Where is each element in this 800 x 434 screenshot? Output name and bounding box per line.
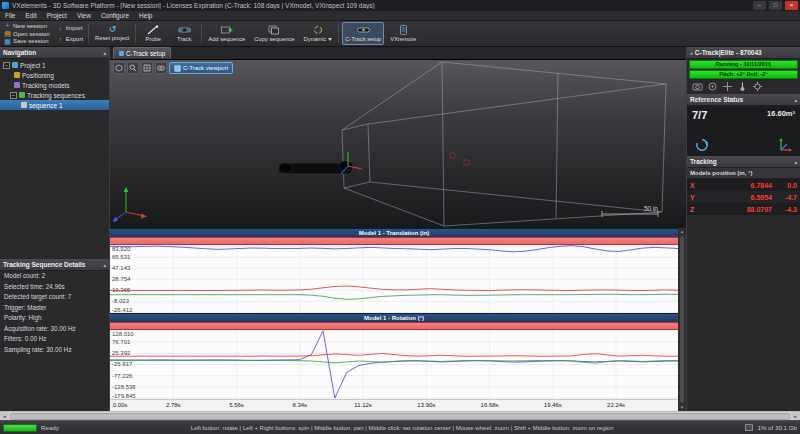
- translation-chart[interactable]: 83.92065.53147.14328.75410.365-8.023-26.…: [110, 245, 678, 313]
- toolbar-separator: [338, 24, 339, 43]
- ctrack-viewport-toggle[interactable]: C-Track viewport: [169, 62, 233, 74]
- gear-icon[interactable]: [752, 81, 763, 92]
- menu-help[interactable]: Help: [134, 11, 157, 21]
- tree-item-project[interactable]: − Project 1: [0, 60, 109, 70]
- tree-item-tracking-models[interactable]: Tracking models: [0, 80, 109, 90]
- refresh-icon[interactable]: [694, 137, 710, 153]
- ctrack-setup-label: C-Track setup: [345, 36, 381, 42]
- vxremote-label: VXremote: [390, 36, 416, 42]
- detail-row: Sampling rate: 30.00 Hz: [0, 345, 109, 356]
- save-session-icon: ▦: [4, 38, 11, 45]
- scrollbar-thumb[interactable]: [10, 413, 790, 420]
- translation-chart-plot[interactable]: 83.92065.53147.14328.75410.365-8.023-26.…: [110, 245, 678, 313]
- thermometer-icon[interactable]: [737, 81, 748, 92]
- horizontal-scrollbar[interactable]: ◄ ►: [0, 411, 800, 420]
- import-button[interactable]: ↓ Import: [55, 24, 85, 32]
- dynamic-button[interactable]: Dynamic: [301, 22, 336, 45]
- close-button[interactable]: ×: [785, 1, 798, 10]
- vxremote-button[interactable]: VXremote: [387, 22, 419, 45]
- charts-vertical-scrollbar[interactable]: ▲ ▼: [678, 228, 686, 411]
- dynamic-icon: [313, 25, 323, 35]
- expander-icon[interactable]: −: [10, 92, 17, 99]
- tree-item-tracking-sequences[interactable]: − Tracking sequences: [0, 90, 109, 100]
- copy-sequence-button[interactable]: Copy sequence: [251, 22, 297, 45]
- reset-project-button[interactable]: ↺ Reset project: [92, 22, 132, 45]
- svg-text:22.24s: 22.24s: [607, 403, 625, 409]
- viewport-3d[interactable]: C-Track viewport: [110, 60, 686, 228]
- scroll-down-icon[interactable]: ▼: [680, 404, 684, 411]
- orientation-triad-icon: [113, 187, 148, 222]
- track-button[interactable]: Track: [170, 22, 198, 45]
- io-button-group: ↓ Import ↑ Export: [55, 22, 85, 45]
- tree-item-sequence-1[interactable]: sequence 1: [0, 100, 109, 110]
- maximize-button[interactable]: □: [769, 1, 782, 10]
- position-value: 88.0797: [699, 206, 779, 213]
- menu-project[interactable]: Project: [42, 11, 72, 21]
- reference-count: 7/7: [692, 109, 707, 121]
- export-button[interactable]: ↑ Export: [55, 35, 85, 43]
- reference-status-header[interactable]: Reference Status ▴: [687, 94, 800, 106]
- reset-project-icon: ↺: [109, 25, 116, 34]
- menu-configure[interactable]: Configure: [96, 11, 134, 21]
- expander-icon[interactable]: −: [3, 62, 10, 69]
- main-toolbar: + New session ▤ Open session ▦ Save sess…: [0, 21, 800, 47]
- open-session-button[interactable]: ▤ Open session: [2, 30, 52, 38]
- progress-indicator: [3, 424, 37, 432]
- translation-chart-title: Model 1 - Translation (in): [110, 228, 678, 237]
- scrollbar-thumb[interactable]: [680, 236, 684, 403]
- collapse-chevron-icon: ▴: [103, 50, 106, 56]
- camera-icon[interactable]: [692, 81, 703, 92]
- tracking-models-icon: [14, 82, 20, 88]
- export-label: Export: [66, 36, 83, 42]
- detail-row: Detected target count: 7: [0, 292, 109, 303]
- 3d-scene[interactable]: [110, 60, 686, 228]
- navigation-panel: Navigation ▴ − Project 1 Positioning Tra…: [0, 47, 110, 411]
- tab-ctrack-setup[interactable]: C-Track setup: [113, 47, 171, 59]
- dropdown-caret-icon: [328, 38, 332, 41]
- tracking-header[interactable]: Tracking ▴: [687, 156, 800, 168]
- svg-text:76.701: 76.701: [112, 339, 131, 345]
- menu-file[interactable]: File: [0, 11, 20, 21]
- minimize-button[interactable]: –: [753, 1, 766, 10]
- rotation-chart-plot[interactable]: 128.01076.70125.392-25.917-77.226-128.53…: [110, 330, 678, 399]
- tree-item-label: Project 1: [20, 62, 46, 69]
- translation-chart-selection-band[interactable]: [110, 237, 678, 245]
- save-session-button[interactable]: ▦ Save session: [2, 37, 52, 45]
- ctrack-setup-button[interactable]: C-Track setup: [342, 22, 384, 45]
- status-ready: Ready: [41, 424, 59, 431]
- zoom-view-button[interactable]: [127, 62, 139, 74]
- session-button-group: + New session ▤ Open session ▦ Save sess…: [2, 22, 52, 45]
- detail-row: Acquisition rate: 30.00 Hz: [0, 324, 109, 335]
- app-logo-icon: [2, 2, 9, 9]
- svg-text:11.12s: 11.12s: [354, 403, 372, 409]
- toolbar-separator: [135, 24, 136, 43]
- ctrack-panel-header[interactable]: « C-Track|Elite - 870043: [687, 47, 800, 59]
- probe-button[interactable]: Probe: [139, 22, 167, 45]
- ctrack-tools-row: [687, 79, 800, 94]
- rotation-chart-selection-band[interactable]: [110, 322, 678, 330]
- tree-item-positioning[interactable]: Positioning: [0, 70, 109, 80]
- tree-item-label: Positioning: [22, 72, 54, 79]
- tracking-sequences-icon: [19, 92, 25, 98]
- add-sequence-button[interactable]: Add sequence: [205, 22, 248, 45]
- svg-text:-179.845: -179.845: [112, 393, 136, 399]
- svg-text:13.90s: 13.90s: [417, 403, 435, 409]
- view-cube-button[interactable]: [113, 62, 125, 74]
- navigation-header[interactable]: Navigation ▴: [0, 47, 109, 59]
- fit-view-button[interactable]: [141, 62, 153, 74]
- import-icon: ↓: [57, 24, 64, 31]
- target-icon[interactable]: [707, 81, 718, 92]
- scroll-up-icon[interactable]: ▲: [680, 228, 684, 235]
- axis-label: Y: [690, 194, 699, 201]
- new-session-button[interactable]: + New session: [2, 22, 52, 30]
- track-label: Track: [177, 36, 191, 42]
- camera-view-button[interactable]: [155, 62, 167, 74]
- ctrack-panel: « C-Track|Elite - 870043 Running - 10/11…: [686, 47, 800, 411]
- collapse-panel-icon[interactable]: «: [690, 50, 693, 56]
- sequence-details-header[interactable]: Tracking Sequence Details ▴: [0, 259, 109, 271]
- crosshair-icon[interactable]: [722, 81, 733, 92]
- menu-edit[interactable]: Edit: [20, 11, 41, 21]
- scale-label: 50 in: [644, 205, 658, 212]
- menu-view[interactable]: View: [72, 11, 96, 21]
- rotation-chart[interactable]: 128.01076.70125.392-25.917-77.226-128.53…: [110, 330, 678, 399]
